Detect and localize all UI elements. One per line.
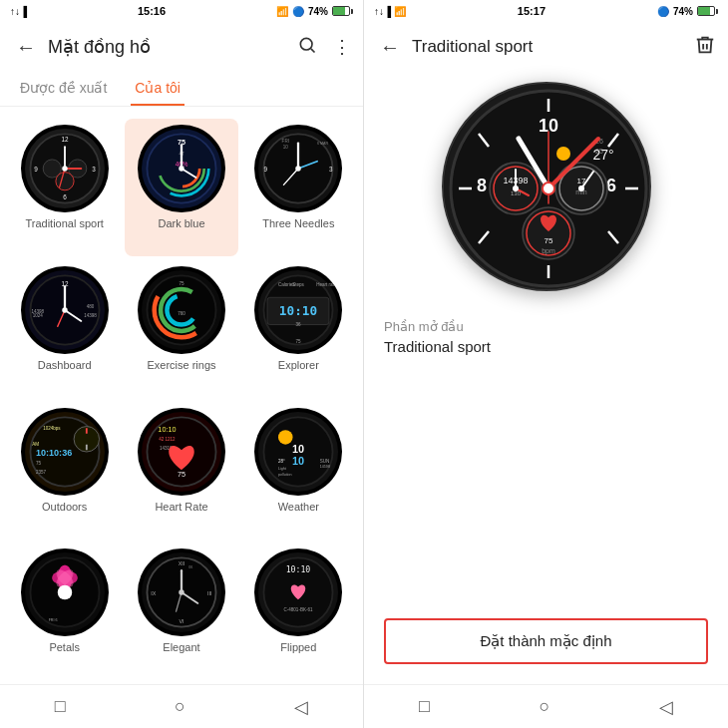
bt-icon: 🔵	[292, 6, 304, 17]
watch-face-outdoors: 1024bps AM 10:10:36 75 2357	[21, 408, 109, 496]
watch-item-outdoors[interactable]: 1024bps AM 10:10:36 75 2357 Outdoors	[8, 402, 121, 540]
tab-suggested[interactable]: Được đề xuất	[16, 72, 111, 106]
svg-text:XII: XII	[179, 560, 185, 566]
watch-item-heartrate[interactable]: 10:10 42 1212 143198 75 Heart Rate	[125, 402, 237, 540]
watch-item-elegant[interactable]: XII III VI IX 06 Elegant	[125, 543, 237, 680]
svg-text:10:10: 10:10	[279, 303, 317, 318]
svg-point-152	[543, 182, 554, 194]
svg-text:36: 36	[296, 322, 302, 327]
svg-text:SUN: SUN	[320, 458, 330, 463]
svg-text:10: 10	[283, 145, 289, 150]
svg-text:75: 75	[179, 280, 184, 285]
svg-text:pollution: pollution	[278, 472, 292, 476]
watch-item-traditional[interactable]: 12 3 6 9 Traditional sport	[8, 119, 121, 256]
search-button[interactable]	[297, 35, 317, 60]
svg-text:1024bps: 1024bps	[43, 426, 61, 431]
svg-text:28°: 28°	[278, 458, 285, 463]
watch-item-exercise[interactable]: 75 760 Exercise rings	[125, 260, 237, 398]
svg-point-110	[179, 590, 183, 595]
svg-text:6 MAR: 6 MAR	[317, 142, 328, 146]
battery-left	[332, 6, 353, 16]
back-button-left[interactable]: ←	[12, 32, 40, 63]
svg-text:9: 9	[34, 166, 38, 173]
page-title-left: Mặt đồng hồ	[48, 36, 289, 58]
big-watch-face: 10 27° 6 8 4 14398 17 min	[442, 82, 651, 291]
watch-label-darkblue: Dark blue	[158, 217, 204, 229]
svg-text:3: 3	[329, 166, 333, 173]
signal-right: ↑↓▐ 📶	[374, 6, 406, 17]
svg-point-141	[578, 185, 584, 191]
svg-text:75: 75	[178, 470, 185, 479]
svg-point-49	[147, 275, 215, 344]
svg-text:12: 12	[61, 136, 69, 143]
status-icons-right: 🔵 74%	[657, 6, 718, 17]
svg-text:10: 10	[292, 454, 304, 466]
svg-text:IX: IX	[151, 590, 157, 596]
watch-item-darkblue[interactable]: 75 47 46% Dark blue	[125, 119, 237, 256]
right-info: Phần mở đầu Traditional sport	[364, 307, 728, 618]
svg-text:FRI: FRI	[282, 139, 289, 144]
watch-item-threeneedles[interactable]: FRI 10 6 MAR 9 3 Three Needles	[242, 119, 355, 256]
svg-text:Light: Light	[278, 467, 286, 471]
watch-item-dashboard[interactable]: 12 14398 480 14398 1024 Dashboard	[8, 260, 121, 398]
svg-text:10:10: 10:10	[286, 564, 311, 574]
svg-text:1024: 1024	[32, 313, 43, 318]
svg-text:bpm: bpm	[542, 247, 555, 255]
svg-point-98	[57, 585, 72, 600]
svg-point-82	[278, 430, 293, 445]
svg-text:480: 480	[86, 304, 94, 309]
battery-pct-left: 74%	[308, 6, 328, 17]
nav-circle-right[interactable]: ○	[540, 696, 550, 717]
tabs-container: Được đề xuất Của tôi	[0, 72, 363, 107]
nav-back-left[interactable]: ◁	[294, 696, 308, 718]
watch-item-explorer[interactable]: Calories Steps Heart rate 10:10 36 75 Ex…	[242, 260, 355, 398]
watch-face-flipped: 10:10 C-4801-BK-61	[254, 548, 342, 636]
watch-label-exercise: Exercise rings	[147, 359, 215, 371]
watch-face-elegant: XII III VI IX 06	[138, 548, 225, 636]
watch-preview-area: 10 27° 6 8 4 14398 17 min	[364, 72, 728, 307]
svg-text:FRI 6: FRI 6	[48, 618, 57, 622]
watch-label-threeneedles: Three Needles	[262, 217, 334, 229]
watch-face-exercise: 75 760	[138, 266, 225, 354]
watch-face-explorer: Calories Steps Heart rate 10:10 36 75	[254, 266, 342, 354]
svg-text:75: 75	[544, 236, 552, 245]
svg-text:3: 3	[92, 166, 96, 173]
svg-point-25	[179, 166, 183, 171]
svg-point-0	[300, 38, 312, 50]
page-title-right: Traditional sport	[412, 37, 686, 57]
svg-text:10:10: 10:10	[158, 425, 176, 434]
svg-text:760: 760	[178, 311, 185, 316]
watch-item-petals[interactable]: FRI 6 Petals	[8, 543, 121, 680]
watch-label-flipped: Flipped	[280, 641, 316, 653]
watch-label-elegant: Elegant	[163, 641, 199, 653]
watch-face-weather: 10 10 28° Light pollution SUN 14598	[254, 408, 342, 496]
watch-item-weather[interactable]: 10 10 28° Light pollution SUN 14598 Weat…	[242, 402, 355, 540]
svg-text:C-4801-BK-61: C-4801-BK-61	[284, 607, 313, 612]
watch-face-threeneedles: FRI 10 6 MAR 9 3	[254, 125, 342, 212]
status-bar-right: ↑↓▐ 📶 15:17 🔵 74%	[364, 0, 728, 22]
watch-label-weather: Weather	[278, 501, 319, 513]
svg-text:06: 06	[188, 566, 192, 570]
svg-text:10: 10	[292, 442, 304, 454]
nav-home-left[interactable]: □	[55, 696, 66, 717]
svg-text:14598: 14598	[320, 465, 330, 469]
nav-circle-left[interactable]: ○	[175, 696, 185, 717]
watch-label-heartrate: Heart Rate	[155, 501, 207, 513]
watch-label-outdoors: Outdoors	[42, 501, 87, 513]
watch-item-flipped[interactable]: 10:10 C-4801-BK-61 Flipped	[242, 543, 355, 680]
svg-point-14	[62, 166, 67, 171]
tab-mine[interactable]: Của tôi	[131, 72, 184, 106]
set-default-button[interactable]: Đặt thành mặc định	[384, 618, 708, 664]
time-right: 15:17	[518, 5, 546, 17]
nav-home-right[interactable]: □	[419, 696, 430, 717]
more-button[interactable]: ⋮	[333, 36, 351, 58]
nav-back-right[interactable]: ◁	[659, 696, 673, 718]
info-section-label: Phần mở đầu	[384, 319, 708, 334]
svg-point-10	[56, 173, 74, 190]
delete-button[interactable]	[694, 34, 716, 61]
watch-label-explorer: Explorer	[278, 359, 319, 371]
time-left: 15:16	[138, 5, 166, 17]
top-bar-left: ← Mặt đồng hồ ⋮	[0, 22, 363, 72]
signal-left: ↑↓▐	[10, 6, 27, 17]
back-button-right[interactable]: ←	[376, 32, 404, 63]
